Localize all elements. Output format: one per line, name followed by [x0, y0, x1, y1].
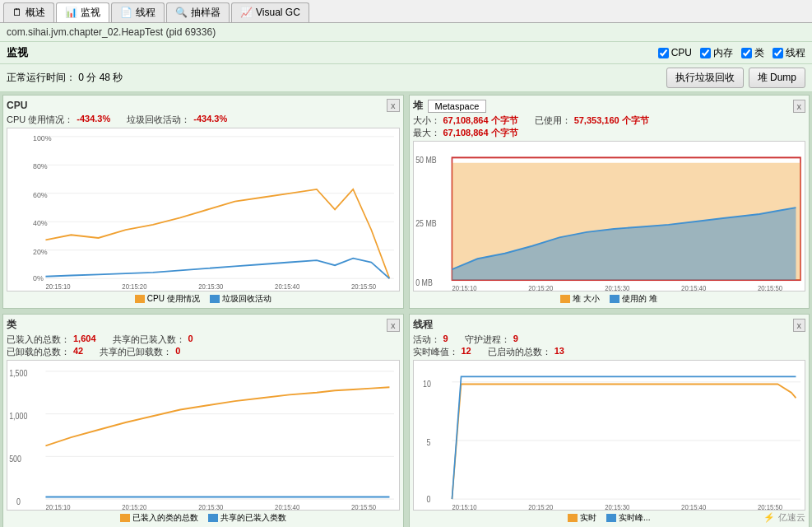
- cpu-usage-label: CPU 使用情况：: [7, 114, 73, 126]
- overview-icon: 🗒: [12, 7, 22, 18]
- dump-button[interactable]: 堆 Dump: [749, 68, 805, 88]
- cpu-checkbox-input[interactable]: [658, 48, 669, 58]
- threads-close-btn[interactable]: x: [793, 319, 806, 332]
- app-title-bar: com.sihai.jvm.chapter_02.HeapTest (pid 6…: [0, 23, 812, 42]
- svg-text:500: 500: [9, 454, 21, 464]
- heap-legend: 堆 大小 使用的 堆: [413, 293, 806, 305]
- gc-activity-legend-color: [210, 295, 220, 303]
- tab-overview[interactable]: 🗒 概述: [3, 2, 54, 22]
- threads-active-label: 活动：: [413, 333, 440, 346]
- heap-used-legend: 使用的 堆: [610, 293, 657, 305]
- memory-checkbox-input[interactable]: [700, 48, 711, 58]
- threads-panel: 线程 x 活动： 9 守护进程： 9 实时峰值： 12 已启动的总数： 13: [409, 314, 810, 527]
- heap-used-stat: 已使用： 57,353,160 个字节: [535, 114, 649, 127]
- monitor-icon: 📊: [65, 7, 77, 18]
- heap-tab-metaspace[interactable]: Metaspace: [428, 100, 487, 113]
- svg-text:20:15:50: 20:15:50: [351, 502, 376, 510]
- threads-stats: 活动： 9 守护进程： 9: [413, 333, 806, 346]
- heap-chart-area: 50 MB 25 MB 0 MB 20:15:10 20:15:20 20:15…: [413, 141, 806, 291]
- cpu-usage-legend-color: [135, 295, 145, 303]
- classes-shared-legend-label: 共享的已装入类数: [220, 512, 286, 524]
- classes-shared-unloaded-value: 0: [175, 346, 180, 358]
- cpu-chart-area: 100% 80% 60% 40% 20% 0% 20:15:10 20:: [7, 128, 400, 291]
- gc-activity-legend-label: 垃圾回收活动: [222, 293, 271, 305]
- threads-panel-title: 线程: [413, 318, 433, 332]
- svg-text:20:15:20: 20:15:20: [528, 502, 553, 510]
- svg-text:20:15:10: 20:15:10: [45, 282, 71, 290]
- classes-legend: 已装入的类的总数 共享的已装入类数: [7, 512, 400, 524]
- threads-active-stat: 活动： 9: [413, 333, 448, 346]
- classes-shared-legend: 共享的已装入类数: [208, 512, 286, 524]
- cpu-stats: CPU 使用情况： -434.3% 垃圾回收活动： -434.3%: [7, 114, 400, 126]
- svg-text:20:15:30: 20:15:30: [198, 282, 224, 290]
- cpu-panel-header: CPU x: [7, 99, 400, 112]
- threads-peak-legend: 实时峰...: [606, 512, 650, 524]
- heap-used-legend-color: [610, 295, 619, 303]
- tab-visualgc[interactable]: 📈 Visual GC: [231, 2, 309, 22]
- gc-activity-value: -434.3%: [193, 114, 227, 126]
- threads-active-value: 9: [443, 333, 448, 346]
- cpu-panel: CPU x CPU 使用情况： -434.3% 垃圾回收活动： -434.3% …: [2, 95, 404, 309]
- classes-shared-unloaded-label: 共享的已卸载数：: [100, 346, 172, 358]
- classes-panel-header: 类 x: [7, 318, 400, 332]
- heap-chart-svg: 50 MB 25 MB 0 MB 20:15:10 20:15:20 20:15…: [414, 142, 805, 291]
- threads-daemon-value: 9: [513, 333, 518, 346]
- heap-size-label: 大小：: [413, 114, 440, 127]
- tab-threads[interactable]: 📄 线程: [111, 2, 165, 22]
- heap-stats2: 最大： 67,108,864 个字节: [413, 127, 806, 139]
- classes-close-btn[interactable]: x: [387, 319, 400, 332]
- tab-monitor[interactable]: 📊 监视: [56, 2, 109, 22]
- gc-button[interactable]: 执行垃圾回收: [666, 68, 744, 88]
- tab-sampler[interactable]: 🔍 抽样器: [166, 2, 230, 22]
- heap-close-btn[interactable]: x: [793, 100, 806, 113]
- heap-size-legend-color: [560, 295, 570, 303]
- threads-checkbox-input[interactable]: [773, 48, 783, 58]
- cpu-usage-value: -434.3%: [77, 114, 110, 126]
- classes-shared-loaded-label: 共享的已装入数：: [113, 333, 185, 346]
- tab-threads-label: 线程: [136, 6, 155, 20]
- threads-daemon-stat: 守护进程： 9: [465, 333, 518, 346]
- classes-chart-svg: 1,500 1,000 500 0 20:15:10 20:15:20 20:1…: [7, 361, 399, 510]
- svg-text:20:15:10: 20:15:10: [452, 283, 476, 291]
- svg-text:25 MB: 25 MB: [415, 219, 437, 229]
- classes-chart-area: 1,500 1,000 500 0 20:15:10 20:15:20 20:1…: [7, 360, 400, 511]
- svg-text:20:15:20: 20:15:20: [122, 282, 147, 290]
- classes-loaded-legend-label: 已装入的类的总数: [132, 512, 198, 524]
- classes-loaded-value: 1,604: [73, 333, 96, 346]
- uptime-label: 正常运行时间：: [7, 72, 76, 83]
- threads-checkbox-label: 线程: [786, 46, 805, 60]
- classes-stats2: 已卸载的总数： 42 共享的已卸载数： 0: [7, 346, 400, 358]
- svg-text:20:15:10: 20:15:10: [452, 502, 476, 510]
- svg-text:20:15:40: 20:15:40: [681, 502, 706, 510]
- svg-text:80%: 80%: [33, 162, 48, 171]
- charts-container: CPU x CPU 使用情况： -434.3% 垃圾回收活动： -434.3% …: [0, 92, 812, 527]
- threads-peak-legend-label: 实时峰...: [619, 512, 650, 524]
- memory-checkbox[interactable]: 内存: [700, 46, 733, 60]
- threads-checkbox[interactable]: 线程: [773, 46, 805, 60]
- tab-overview-label: 概述: [26, 6, 45, 20]
- cpu-panel-title: CPU: [7, 100, 27, 111]
- svg-text:20:15:50: 20:15:50: [757, 283, 782, 291]
- classes-loaded-stat: 已装入的总数： 1,604: [7, 333, 96, 346]
- cpu-close-btn[interactable]: x: [387, 99, 400, 112]
- threads-stats2: 实时峰值： 12 已启动的总数： 13: [413, 346, 806, 358]
- heap-size-stat: 大小： 67,108,864 个字节: [413, 114, 518, 127]
- classes-checkbox[interactable]: 类: [741, 46, 764, 60]
- sampler-icon: 🔍: [175, 7, 188, 18]
- action-buttons: 执行垃圾回收 堆 Dump: [666, 68, 805, 88]
- svg-text:0: 0: [426, 494, 430, 504]
- threads-peak-legend-color: [606, 514, 616, 522]
- threads-total-value: 13: [554, 346, 564, 358]
- heap-panel-title: 堆: [413, 99, 423, 113]
- heap-size-legend: 堆 大小: [560, 293, 600, 305]
- classes-shared-loaded-value: 0: [188, 333, 193, 346]
- threads-realtime-legend-label: 实时: [580, 512, 596, 524]
- svg-text:0: 0: [16, 497, 21, 506]
- classes-checkbox-input[interactable]: [741, 48, 752, 58]
- threads-daemon-label: 守护进程：: [465, 333, 510, 346]
- monitor-header: 监视 CPU 内存 类 线程: [0, 42, 812, 64]
- gc-activity-legend: 垃圾回收活动: [210, 293, 271, 305]
- cpu-checkbox[interactable]: CPU: [658, 47, 692, 58]
- uptime-container: 正常运行时间： 0 分 48 秒: [7, 71, 123, 85]
- svg-text:20:15:40: 20:15:40: [681, 283, 706, 291]
